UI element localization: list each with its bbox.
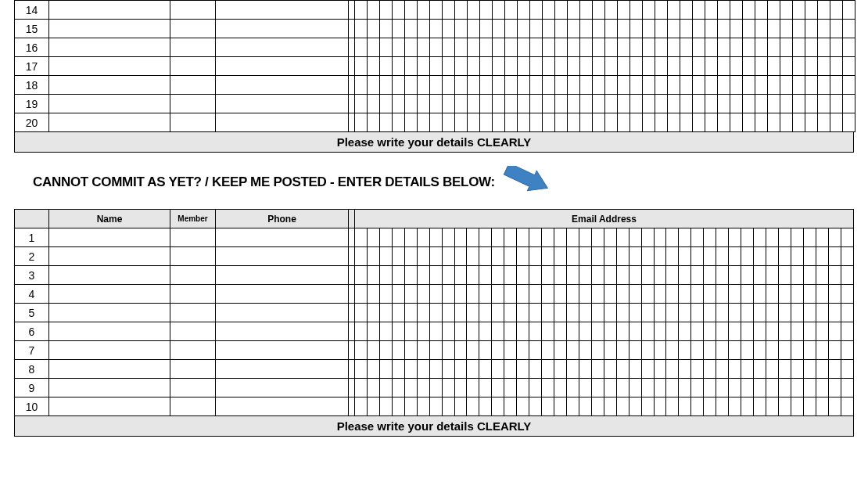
email-char-cell[interactable] <box>479 341 492 360</box>
email-char-cell[interactable] <box>716 379 729 397</box>
email-char-cell[interactable] <box>605 57 618 76</box>
email-char-cell[interactable] <box>355 360 368 379</box>
email-char-cell[interactable] <box>468 95 480 113</box>
email-char-cell[interactable] <box>643 1 655 20</box>
email-char-cell[interactable] <box>392 379 404 397</box>
email-char-cell[interactable] <box>630 76 643 95</box>
email-char-cell[interactable] <box>604 360 616 379</box>
email-char-cell[interactable] <box>368 57 380 76</box>
email-char-cell[interactable] <box>803 285 816 304</box>
email-char-cell[interactable] <box>680 20 693 38</box>
email-char-cell[interactable] <box>616 360 629 379</box>
email-char-cell[interactable] <box>618 1 630 20</box>
email-char-cell[interactable] <box>593 57 605 76</box>
email-char-cell[interactable] <box>393 20 405 38</box>
phone-field[interactable] <box>216 20 349 38</box>
email-char-cell[interactable] <box>604 228 616 247</box>
email-char-cell[interactable] <box>480 76 493 95</box>
email-char-cell[interactable] <box>680 38 693 57</box>
email-char-cell[interactable] <box>443 1 455 20</box>
email-char-cell[interactable] <box>828 379 841 397</box>
email-char-cell[interactable] <box>380 1 393 20</box>
email-char-cell[interactable] <box>816 341 828 360</box>
email-char-cell[interactable] <box>380 38 393 57</box>
email-char-cell[interactable] <box>355 113 368 132</box>
email-char-cell[interactable] <box>691 341 704 360</box>
email-char-cell[interactable] <box>680 1 693 20</box>
email-char-cell[interactable] <box>455 1 468 20</box>
email-char-cell[interactable] <box>380 76 393 95</box>
email-char-cell[interactable] <box>442 360 454 379</box>
email-char-cell[interactable] <box>741 285 754 304</box>
email-char-cell[interactable] <box>579 266 591 285</box>
email-char-cell[interactable] <box>468 57 480 76</box>
email-char-cell[interactable] <box>780 57 793 76</box>
phone-field[interactable] <box>216 322 349 341</box>
email-char-cell[interactable] <box>616 322 629 341</box>
email-char-cell[interactable] <box>380 95 393 113</box>
email-char-cell[interactable] <box>693 76 705 95</box>
email-char-cell[interactable] <box>754 228 766 247</box>
email-char-cell[interactable] <box>754 360 766 379</box>
email-char-cell[interactable] <box>803 266 816 285</box>
email-char-cell[interactable] <box>716 266 729 285</box>
email-char-cell[interactable] <box>841 397 853 416</box>
email-char-cell[interactable] <box>743 76 755 95</box>
email-char-cell[interactable] <box>780 95 793 113</box>
email-char-cell[interactable] <box>580 113 593 132</box>
email-char-cell[interactable] <box>630 1 643 20</box>
email-char-cell[interactable] <box>604 341 616 360</box>
email-char-cell[interactable] <box>705 38 718 57</box>
email-char-cell[interactable] <box>654 285 666 304</box>
email-char-cell[interactable] <box>504 379 517 397</box>
email-char-cell[interactable] <box>630 57 643 76</box>
email-char-cell[interactable] <box>418 57 430 76</box>
email-char-cell[interactable] <box>655 20 668 38</box>
email-char-cell[interactable] <box>454 228 467 247</box>
email-char-cell[interactable] <box>691 247 704 266</box>
email-char-cell[interactable] <box>768 95 780 113</box>
phone-field[interactable] <box>216 57 349 76</box>
email-char-cell[interactable] <box>843 76 855 95</box>
email-char-cell[interactable] <box>504 397 517 416</box>
email-char-cell[interactable] <box>454 266 467 285</box>
email-char-cell[interactable] <box>504 266 517 285</box>
email-char-cell[interactable] <box>580 76 593 95</box>
email-char-cell[interactable] <box>404 341 417 360</box>
email-char-cell[interactable] <box>766 379 778 397</box>
email-char-cell[interactable] <box>591 304 604 322</box>
email-char-cell[interactable] <box>805 57 818 76</box>
email-char-cell[interactable] <box>780 38 793 57</box>
email-char-cell[interactable] <box>493 113 505 132</box>
email-char-cell[interactable] <box>643 76 655 95</box>
email-char-cell[interactable] <box>791 397 803 416</box>
email-char-cell[interactable] <box>529 304 542 322</box>
email-char-cell[interactable] <box>417 360 429 379</box>
email-char-cell[interactable] <box>641 304 654 322</box>
email-char-cell[interactable] <box>393 113 405 132</box>
email-char-cell[interactable] <box>704 266 716 285</box>
email-char-cell[interactable] <box>467 247 479 266</box>
phone-field[interactable] <box>216 379 349 397</box>
email-char-cell[interactable] <box>828 247 841 266</box>
email-char-cell[interactable] <box>443 57 455 76</box>
email-char-cell[interactable] <box>754 266 766 285</box>
email-char-cell[interactable] <box>542 228 554 247</box>
email-char-cell[interactable] <box>430 113 443 132</box>
email-char-cell[interactable] <box>616 397 629 416</box>
email-char-cell[interactable] <box>467 285 479 304</box>
email-char-cell[interactable] <box>543 1 555 20</box>
email-char-cell[interactable] <box>818 76 830 95</box>
email-char-cell[interactable] <box>379 266 392 285</box>
email-char-cell[interactable] <box>405 95 418 113</box>
email-char-cell[interactable] <box>729 228 741 247</box>
email-char-cell[interactable] <box>755 113 768 132</box>
email-char-cell[interactable] <box>480 20 493 38</box>
email-char-cell[interactable] <box>429 341 442 360</box>
email-char-cell[interactable] <box>778 379 791 397</box>
email-char-cell[interactable] <box>392 322 404 341</box>
email-char-cell[interactable] <box>518 76 530 95</box>
email-char-cell[interactable] <box>580 38 593 57</box>
email-char-cell[interactable] <box>504 304 517 322</box>
email-char-cell[interactable] <box>680 57 693 76</box>
